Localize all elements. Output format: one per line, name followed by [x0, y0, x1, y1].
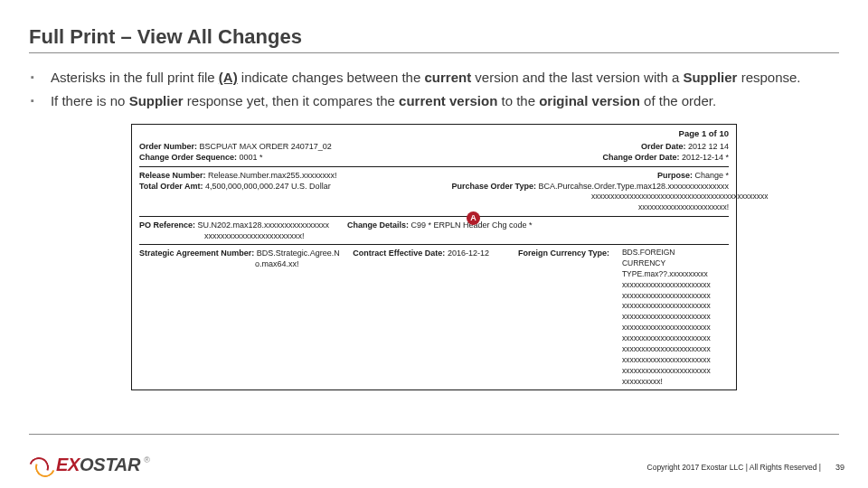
bullet-text: Asterisks in the full print file (A) ind…	[51, 68, 839, 88]
bullet-list: Asterisks in the full print file (A) ind…	[29, 68, 839, 111]
slide-number: 39	[835, 463, 844, 472]
po-type-overflow: xxxxxxxxxxxxxxxxxxxxxxxxxxxxxxxxxxxxxxxx…	[139, 192, 729, 213]
logo-registered-mark: ®	[144, 455, 149, 465]
footer: EX OSTAR ® Copyright 2017 Exostar LLC | …	[0, 434, 868, 488]
callout-badge-a: A	[467, 211, 480, 225]
bullet-item: Asterisks in the full print file (A) ind…	[29, 68, 839, 88]
bullet-text: If there is no Supplier response yet, th…	[51, 91, 839, 111]
page-title: Full Print – View All Changes	[29, 25, 839, 53]
logo-text-ex: EX	[56, 455, 80, 475]
footer-divider	[29, 434, 839, 435]
logo-swoosh-icon	[29, 457, 54, 474]
foreign-currency-values: BDS.FOREIGN CURRENCY TYPE.max??.xxxxxxxx…	[622, 248, 729, 388]
slide: Full Print – View All Changes Asterisks …	[0, 0, 868, 488]
bullet-item: If there is no Supplier response yet, th…	[29, 91, 839, 111]
logo-text-ost: OSTAR	[80, 455, 140, 475]
doc-page-indicator: Page 1 of 10	[139, 128, 729, 140]
embedded-document: Page 1 of 10 Order Number: BSCPUAT MAX O…	[131, 124, 737, 390]
copyright-text: Copyright 2017 Exostar LLC | All Rights …	[647, 463, 821, 472]
exostar-logo: EX OSTAR ®	[29, 455, 149, 475]
